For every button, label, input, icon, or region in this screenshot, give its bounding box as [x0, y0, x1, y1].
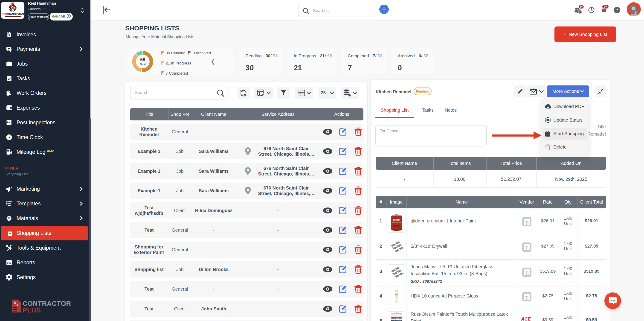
svg-text:PREMIUM: PREMIUM [392, 222, 401, 224]
svg-text:CONTRACTOR: CONTRACTOR [22, 300, 71, 307]
svg-text:ORLANDO'S #1 HANDYMAN SERVICE: ORLANDO'S #1 HANDYMAN SERVICE [4, 16, 21, 17]
svg-text:ACE: ACE [521, 316, 531, 321]
svg-text:$: $ [8, 34, 10, 37]
svg-text:glidden: glidden [393, 219, 400, 221]
svg-text:58: 58 [140, 57, 145, 62]
svg-text:REIDHANDYMAN: REIDHANDYMAN [2, 13, 24, 16]
svg-text:?: ? [616, 8, 618, 12]
svg-text:ULTRACOVER: ULTRACOVER [392, 320, 402, 321]
svg-text:Total: Total [140, 63, 146, 66]
svg-text:RUST-OLEUM: RUST-OLEUM [391, 317, 402, 319]
svg-text:PLUS: PLUS [22, 306, 41, 313]
